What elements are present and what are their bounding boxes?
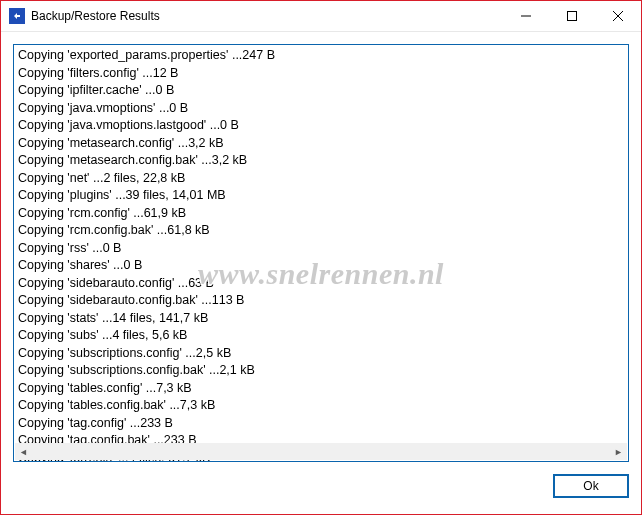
log-line: Copying 'net' ...2 files, 22,8 kB — [18, 170, 624, 188]
content-area: Copying 'exported_params.properties' ...… — [1, 32, 641, 514]
log-line: Copying 'stats' ...14 files, 141,7 kB — [18, 310, 624, 328]
log-line: Copying 'sidebarauto.config' ...63 B — [18, 275, 624, 293]
title-bar: Backup/Restore Results — [1, 1, 641, 32]
log-line: Copying 'tables.config.bak' ...7,3 kB — [18, 397, 624, 415]
log-line: Copying 'subscriptions.config.bak' ...2,… — [18, 362, 624, 380]
window-controls — [503, 1, 641, 31]
log-line: Copying 'exported_params.properties' ...… — [18, 47, 624, 65]
log-line: Copying 'subs' ...4 files, 5,6 kB — [18, 327, 624, 345]
dialog-footer: Ok — [13, 462, 629, 502]
horizontal-scrollbar[interactable]: ◄ ► — [15, 443, 627, 460]
close-button[interactable] — [595, 1, 641, 31]
scroll-track[interactable] — [32, 443, 610, 460]
scroll-left-icon[interactable]: ◄ — [15, 443, 32, 460]
app-icon — [9, 8, 25, 24]
log-line: Copying 'shares' ...0 B — [18, 257, 624, 275]
log-line: Copying 'rcm.config' ...61,9 kB — [18, 205, 624, 223]
log-line: Copying 'rcm.config.bak' ...61,8 kB — [18, 222, 624, 240]
log-line: Copying 'tables.config' ...7,3 kB — [18, 380, 624, 398]
log-line: Copying 'filters.config' ...12 B — [18, 65, 624, 83]
window-title: Backup/Restore Results — [31, 9, 503, 23]
log-line: Copying 'ipfilter.cache' ...0 B — [18, 82, 624, 100]
svg-rect-1 — [568, 12, 577, 21]
log-output[interactable]: Copying 'exported_params.properties' ...… — [13, 44, 629, 462]
log-line: Copying 'metasearch.config.bak' ...3,2 k… — [18, 152, 624, 170]
maximize-button[interactable] — [549, 1, 595, 31]
log-line: Copying 'tag.config' ...233 B — [18, 415, 624, 433]
log-line: Copying 'java.vmoptions' ...0 B — [18, 100, 624, 118]
log-line: Copying 'sidebarauto.config.bak' ...113 … — [18, 292, 624, 310]
ok-button[interactable]: Ok — [553, 474, 629, 498]
log-line: Copying 'metasearch.config' ...3,2 kB — [18, 135, 624, 153]
log-line: Copying 'subscriptions.config' ...2,5 kB — [18, 345, 624, 363]
log-line: Copying 'plugins' ...39 files, 14,01 MB — [18, 187, 624, 205]
log-line: Copying 'rss' ...0 B — [18, 240, 624, 258]
log-line: Copying 'java.vmoptions.lastgood' ...0 B — [18, 117, 624, 135]
minimize-button[interactable] — [503, 1, 549, 31]
scroll-right-icon[interactable]: ► — [610, 443, 627, 460]
log-lines: Copying 'exported_params.properties' ...… — [18, 47, 624, 462]
